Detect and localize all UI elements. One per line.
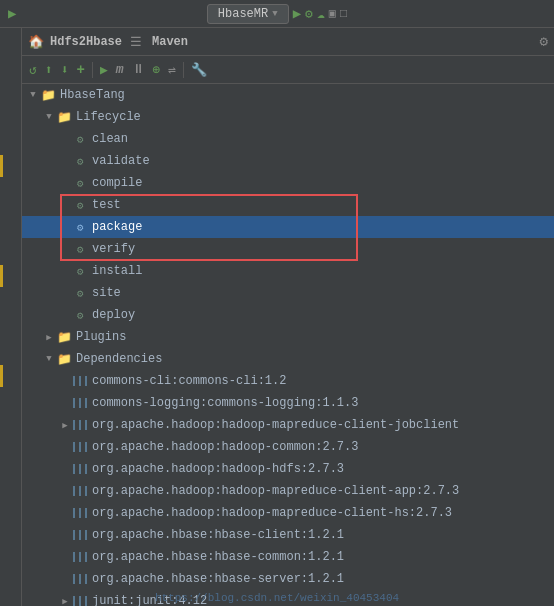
gear-icon: ⚙ — [72, 307, 88, 323]
tree-item-package[interactable]: ⚙ package — [22, 216, 554, 238]
toolbar-separator-2 — [183, 62, 184, 78]
settings-icon[interactable]: ⚙ — [540, 33, 548, 50]
tree-label: test — [92, 198, 121, 212]
title-icons-left[interactable]: ▶ — [8, 5, 16, 22]
arrow-icon: ▶ — [42, 332, 56, 343]
gear-icon: ⚙ — [72, 153, 88, 169]
tree-item-validate[interactable]: ⚙ validate — [22, 150, 554, 172]
dep-icon: ||| — [72, 527, 88, 543]
window-icon[interactable]: ▣ — [329, 6, 336, 21]
tree-item-clean[interactable]: ⚙ clean — [22, 128, 554, 150]
tree-item-dep-hadoop-mr-hs[interactable]: ||| org.apache.hadoop:hadoop-mapreduce-c… — [22, 502, 554, 524]
maven-m-icon[interactable]: m — [113, 60, 127, 79]
folder-icon: 📁 — [56, 109, 72, 125]
tree-item-compile[interactable]: ⚙ compile — [22, 172, 554, 194]
panel-header: 🏠 Hdfs2Hbase ☰ Maven ⚙ — [22, 28, 554, 56]
skip-test-icon[interactable]: ⏸ — [129, 60, 148, 79]
arrow-icon: ▼ — [42, 354, 56, 364]
tree-item-dep-hbase-common[interactable]: ||| org.apache.hbase:hbase-common:1.2.1 — [22, 546, 554, 568]
refresh-icon[interactable]: ↺ — [26, 60, 40, 80]
plus-icon[interactable]: + — [73, 60, 87, 80]
tree-label: site — [92, 286, 121, 300]
tree-item-test[interactable]: ⚙ test — [22, 194, 554, 216]
arrow-icon: ▶ — [58, 596, 72, 607]
tree-label: org.apache.hbase:hbase-client:1.2.1 — [92, 528, 344, 542]
build-icon[interactable]: ⚙ — [305, 6, 313, 22]
tree-label: Dependencies — [76, 352, 162, 366]
run-maven-icon[interactable]: ▶ — [97, 60, 111, 80]
tree-label: org.apache.hbase:hbase-server:1.2.1 — [92, 572, 344, 586]
folder-icon: 📁 — [56, 329, 72, 345]
tree-container: ▼ 📁 HbaseTang ▼ 📁 Lifecycle ⚙ clean — [22, 84, 554, 606]
switch-icon[interactable]: ⇌ — [165, 60, 179, 80]
toggle-icon[interactable]: ⊕ — [150, 60, 164, 80]
dep-icon: ||| — [72, 593, 88, 606]
remove-icon[interactable]: ⬇ — [58, 60, 72, 80]
tree-item-site[interactable]: ⚙ site — [22, 282, 554, 304]
tree-item-dep-hbase-server[interactable]: ||| org.apache.hbase:hbase-server:1.2.1 — [22, 568, 554, 590]
tree-item-dep-hadoop-mr-jobclient[interactable]: ▶ ||| org.apache.hadoop:hadoop-mapreduce… — [22, 414, 554, 436]
tree-item-install[interactable]: ⚙ install — [22, 260, 554, 282]
dep-icon: ||| — [72, 417, 88, 433]
add-lifecycle-icon[interactable]: ⬆ — [42, 60, 56, 80]
hamburger-icon[interactable]: ☰ — [130, 34, 142, 50]
gear-icon: ⚙ — [72, 175, 88, 191]
minimize-icon[interactable]: □ — [340, 7, 347, 21]
main-layout: 🏠 Hdfs2Hbase ☰ Maven ⚙ ↺ ⬆ ⬇ + ▶ m ⏸ ⊕ ⇌… — [0, 28, 554, 606]
tree-item-plugins[interactable]: ▶ 📁 Plugins — [22, 326, 554, 348]
tree-item-dependencies[interactable]: ▼ 📁 Dependencies — [22, 348, 554, 370]
project-panel-name: Hdfs2Hbase — [50, 35, 122, 49]
gear-icon: ⚙ — [72, 263, 88, 279]
tree-item-hbasetang[interactable]: ▼ 📁 HbaseTang — [22, 84, 554, 106]
dep-icon: ||| — [72, 505, 88, 521]
dep-icon: ||| — [72, 461, 88, 477]
tree-item-dep-hadoop-mr-app[interactable]: ||| org.apache.hadoop:hadoop-mapreduce-c… — [22, 480, 554, 502]
tree-label: org.apache.hadoop:hadoop-mapreduce-clien… — [92, 484, 459, 498]
tree-label: install — [92, 264, 142, 278]
tree-label: clean — [92, 132, 128, 146]
dep-icon: ||| — [72, 571, 88, 587]
project-icon: 🏠 — [28, 34, 44, 50]
project-dropdown[interactable]: HbaseMR ▼ — [207, 4, 289, 24]
dep-icon: ||| — [72, 395, 88, 411]
project-name: HbaseMR — [218, 7, 268, 21]
folder-icon: 📁 — [40, 87, 56, 103]
sync-icon[interactable]: ☁ — [317, 6, 325, 22]
toolbar-separator-1 — [92, 62, 93, 78]
dropdown-arrow-icon: ▼ — [272, 9, 277, 19]
yellow-marker-2 — [0, 265, 3, 287]
dep-icon: ||| — [72, 549, 88, 565]
tree-label: verify — [92, 242, 135, 256]
tree-label: org.apache.hadoop:hadoop-mapreduce-clien… — [92, 418, 459, 432]
gear-icon: ⚙ — [72, 285, 88, 301]
gear-icon: ⚙ — [72, 131, 88, 147]
gear-icon: ⚙ — [72, 241, 88, 257]
tree-label: Plugins — [76, 330, 126, 344]
green-arrow-icon[interactable]: ▶ — [8, 5, 16, 22]
tree-label: org.apache.hadoop:hadoop-mapreduce-clien… — [92, 506, 452, 520]
left-sidebar-strip — [0, 28, 22, 606]
arrow-icon: ▼ — [26, 90, 40, 100]
maven-toolbar: ↺ ⬆ ⬇ + ▶ m ⏸ ⊕ ⇌ 🔧 — [22, 56, 554, 84]
tree-label: compile — [92, 176, 142, 190]
tree-item-dep-commons-cli[interactable]: ||| commons-cli:commons-cli:1.2 — [22, 370, 554, 392]
arrow-icon: ▼ — [42, 112, 56, 122]
tree-item-dep-hadoop-hdfs[interactable]: ||| org.apache.hadoop:hadoop-hdfs:2.7.3 — [22, 458, 554, 480]
watermark: https://blog.csdn.net/weixin_40453404 — [155, 592, 399, 604]
tree-item-dep-commons-logging[interactable]: ||| commons-logging:commons-logging:1.1.… — [22, 392, 554, 414]
folder-icon: 📁 — [56, 351, 72, 367]
tree-label: deploy — [92, 308, 135, 322]
maven-panel: 🏠 Hdfs2Hbase ☰ Maven ⚙ ↺ ⬆ ⬇ + ▶ m ⏸ ⊕ ⇌… — [22, 28, 554, 606]
maven-label: Maven — [152, 35, 188, 49]
tree-label: HbaseTang — [60, 88, 125, 102]
tree-label: validate — [92, 154, 150, 168]
dep-icon: ||| — [72, 373, 88, 389]
yellow-marker-3 — [0, 365, 3, 387]
tree-item-deploy[interactable]: ⚙ deploy — [22, 304, 554, 326]
tree-item-verify[interactable]: ⚙ verify — [22, 238, 554, 260]
tree-item-lifecycle[interactable]: ▼ 📁 Lifecycle — [22, 106, 554, 128]
wrench-icon[interactable]: 🔧 — [188, 60, 210, 80]
tree-item-dep-hadoop-common[interactable]: ||| org.apache.hadoop:hadoop-common:2.7.… — [22, 436, 554, 458]
tree-item-dep-hbase-client[interactable]: ||| org.apache.hbase:hbase-client:1.2.1 — [22, 524, 554, 546]
run-icon[interactable]: ▶ — [293, 5, 301, 22]
